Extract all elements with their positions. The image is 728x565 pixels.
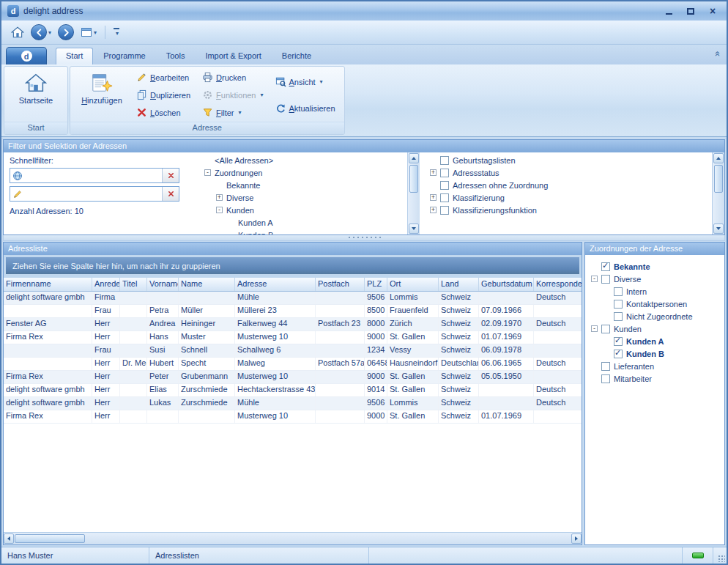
table-row[interactable]: delight software gmbhFirmaMühle9506Lommi… bbox=[4, 292, 582, 305]
back-button[interactable]: ▾ bbox=[29, 23, 53, 42]
column-header[interactable]: Anrede bbox=[92, 278, 120, 291]
clear-filter-1-button[interactable] bbox=[162, 169, 179, 182]
tab-programme[interactable]: Programme bbox=[93, 48, 155, 64]
checkbox[interactable] bbox=[440, 193, 449, 202]
tab-start[interactable]: Start bbox=[56, 48, 93, 64]
checkbox[interactable] bbox=[601, 374, 610, 383]
checkbox[interactable] bbox=[614, 350, 623, 358]
assignment-item[interactable]: -Kunden bbox=[591, 322, 723, 335]
filter-button[interactable]: Filter ▾ bbox=[200, 106, 265, 119]
checkbox[interactable] bbox=[440, 181, 449, 190]
assignment-item[interactable]: Lieferanten bbox=[591, 360, 723, 372]
table-row[interactable]: Firma RexHerrMusterweg 109000St. GallenS… bbox=[4, 410, 582, 424]
checkbox[interactable] bbox=[614, 300, 623, 309]
assignment-item[interactable]: Mitarbeiter bbox=[591, 372, 723, 385]
table-row[interactable]: Firma RexHerrPeterGrubenmannMusterweg 10… bbox=[4, 371, 582, 384]
scroll-right-button[interactable] bbox=[571, 533, 582, 544]
quick-filter-input-1[interactable] bbox=[25, 169, 162, 182]
assignment-item[interactable]: Kunden A bbox=[591, 335, 723, 347]
scrollbar-thumb[interactable] bbox=[15, 534, 85, 543]
collapse-icon[interactable]: - bbox=[591, 276, 598, 282]
column-header[interactable]: Vorname bbox=[147, 278, 179, 291]
expand-icon[interactable]: + bbox=[216, 194, 223, 201]
scroll-down-button[interactable] bbox=[713, 224, 724, 234]
horizontal-scrollbar[interactable] bbox=[4, 532, 582, 544]
column-header[interactable]: Postfach bbox=[316, 278, 365, 291]
category-item[interactable]: Geburtstagslisten bbox=[430, 154, 712, 166]
maximize-button[interactable] bbox=[683, 4, 699, 18]
panel-splitter[interactable] bbox=[3, 235, 725, 241]
filter-tree-item[interactable]: Bekannte bbox=[204, 179, 407, 191]
expand-icon[interactable]: + bbox=[430, 194, 437, 201]
checkbox[interactable] bbox=[601, 325, 610, 333]
checkbox[interactable] bbox=[601, 362, 610, 371]
duplizieren-button[interactable]: Duplizieren bbox=[134, 88, 193, 102]
filter-tree-item[interactable]: <Alle Adressen> bbox=[204, 154, 407, 166]
assignment-item[interactable]: Nicht Zugeordnete bbox=[591, 310, 723, 322]
checkbox[interactable] bbox=[601, 275, 610, 284]
filter-tree-item[interactable]: +Diverse bbox=[204, 191, 407, 204]
assignment-item[interactable]: Bekannte bbox=[591, 260, 723, 273]
ansicht-button[interactable]: Ansicht ▾ bbox=[273, 75, 338, 89]
hinzufuegen-button[interactable]: Hinzufügen bbox=[73, 69, 130, 122]
resize-grip[interactable] bbox=[713, 547, 727, 564]
tab-tools[interactable]: Tools bbox=[156, 48, 196, 64]
category-item[interactable]: +Klassifizierung bbox=[430, 191, 712, 204]
column-header[interactable]: Name bbox=[179, 278, 235, 291]
table-row[interactable]: FrauSusiSchnellSchallweg 61234VessySchwe… bbox=[4, 344, 582, 358]
filter-tree-item[interactable]: Kunden B bbox=[204, 229, 407, 235]
column-header[interactable]: Korrespondenz bbox=[534, 278, 582, 291]
tab-import-export[interactable]: Import & Export bbox=[195, 48, 271, 64]
table-row[interactable]: HerrDr. Med.HubertSpechtMalwegPostfach 5… bbox=[4, 358, 582, 371]
assignment-item[interactable]: Kontaktpersonen bbox=[591, 298, 723, 310]
expand-icon[interactable]: + bbox=[430, 207, 437, 213]
tab-berichte[interactable]: Berichte bbox=[272, 48, 322, 64]
scroll-left-button[interactable] bbox=[4, 533, 14, 544]
table-row[interactable]: delight software gmbhHerrLukasZurschmied… bbox=[4, 397, 582, 410]
application-menu-button[interactable]: d bbox=[6, 47, 47, 64]
column-header[interactable]: Firmenname bbox=[4, 278, 92, 291]
scrollbar-thumb[interactable] bbox=[409, 165, 418, 193]
table-row[interactable]: Firma RexHerrHansMusterMusterweg 109000S… bbox=[4, 331, 582, 344]
forward-button[interactable] bbox=[56, 23, 76, 42]
toolbar-options-button[interactable]: ▾ bbox=[111, 23, 122, 42]
close-button[interactable]: × bbox=[705, 4, 721, 18]
collapse-ribbon-button[interactable]: » bbox=[711, 51, 722, 56]
column-header[interactable]: Geburtsdatum bbox=[479, 278, 534, 291]
table-row[interactable]: delight software gmbhHerrEliasZurschmied… bbox=[4, 384, 582, 397]
scroll-down-button[interactable] bbox=[409, 224, 419, 234]
clear-filter-2-button[interactable] bbox=[162, 187, 179, 201]
category-scrollbar[interactable] bbox=[712, 152, 724, 235]
minimize-button[interactable] bbox=[661, 4, 677, 18]
assignment-item[interactable]: Intern bbox=[591, 285, 723, 298]
column-header[interactable]: Ort bbox=[387, 278, 439, 291]
expand-icon[interactable]: + bbox=[430, 169, 437, 176]
collapse-icon[interactable]: - bbox=[591, 325, 598, 332]
filter-tree-item[interactable]: Kunden A bbox=[204, 216, 407, 229]
assignment-item[interactable]: -Diverse bbox=[591, 273, 723, 285]
checkbox[interactable] bbox=[601, 262, 610, 271]
category-item[interactable]: +Adressstatus bbox=[430, 166, 712, 179]
scrollbar-thumb[interactable] bbox=[714, 165, 723, 193]
checkbox[interactable] bbox=[614, 312, 623, 321]
scroll-up-button[interactable] bbox=[713, 153, 724, 163]
table-row[interactable]: FrauPetraMüllerMüllerei 238500Frauenfeld… bbox=[4, 305, 582, 318]
navigation-menu-button[interactable]: ▾ bbox=[78, 23, 99, 42]
startseite-button[interactable]: Startseite bbox=[7, 69, 64, 122]
drucken-button[interactable]: Drucken bbox=[200, 70, 265, 84]
checkbox[interactable] bbox=[440, 169, 449, 177]
checkbox[interactable] bbox=[614, 337, 623, 346]
group-by-drop-zone[interactable]: Ziehen Sie eine Spalte hier hin, um nach… bbox=[6, 257, 579, 274]
assignment-item[interactable]: Kunden B bbox=[591, 347, 723, 360]
checkbox[interactable] bbox=[440, 206, 449, 215]
table-row[interactable]: Fenster AGHerrAndreaHeiningerFalkenweg 4… bbox=[4, 318, 582, 331]
filter-tree-item[interactable]: -Zuordnungen bbox=[204, 166, 407, 179]
filter-tree-item[interactable]: -Kunden bbox=[204, 204, 407, 216]
aktualisieren-button[interactable]: Aktualisieren bbox=[273, 102, 338, 116]
loeschen-button[interactable]: Löschen bbox=[134, 106, 193, 119]
collapse-icon[interactable]: - bbox=[216, 207, 223, 213]
column-header[interactable]: Titel bbox=[120, 278, 147, 291]
scroll-up-button[interactable] bbox=[409, 153, 419, 163]
column-header[interactable]: Adresse bbox=[235, 278, 316, 291]
column-header[interactable]: Land bbox=[439, 278, 479, 291]
